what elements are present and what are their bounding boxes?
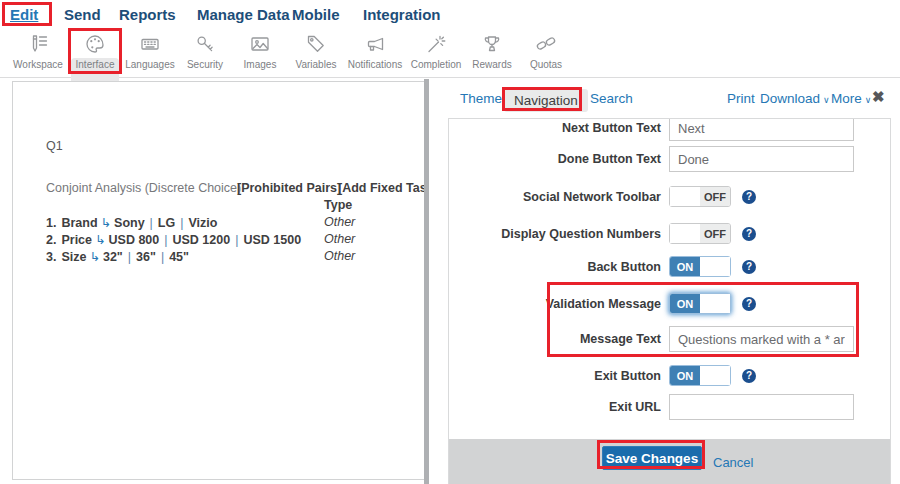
- exit-url-input[interactable]: [669, 394, 854, 420]
- attribute-option: Vizio: [188, 216, 217, 230]
- toggle-state-label: OFF: [704, 228, 726, 240]
- add-fixed-tasks-link[interactable]: [Add Fixed Tasks: [338, 181, 425, 195]
- done-button-text-input[interactable]: [669, 146, 854, 172]
- message-text-input[interactable]: [669, 326, 854, 352]
- form-row-exit-button: Exit ButtonON?: [449, 365, 890, 386]
- toggle-state-label: ON: [677, 298, 694, 310]
- toolbar-item-workspace[interactable]: Workspace: [6, 30, 70, 76]
- toolbar-item-variables[interactable]: Variables: [284, 30, 348, 76]
- navigation-settings-form: Next Button TextDone Button TextSocial N…: [448, 118, 891, 484]
- option-separator: |: [123, 250, 136, 264]
- form-row-message-text: Message Text: [449, 326, 890, 352]
- return-arrow-icon: ↳: [86, 250, 102, 264]
- variables-icon: [284, 32, 348, 58]
- save-changes-button[interactable]: Save Changes: [602, 446, 702, 470]
- workspace-icon: [6, 32, 70, 58]
- attribute-option: 32": [103, 250, 123, 264]
- survey-preview-panel: Q1 Conjoint Analysis (Discrete Choice) […: [12, 81, 425, 480]
- social-network-toolbar-toggle[interactable]: OFF: [669, 186, 731, 207]
- attribute-option: USD 1500: [243, 233, 301, 247]
- cancel-link[interactable]: Cancel: [713, 439, 753, 484]
- form-row-next-button-text: Next Button Text: [449, 118, 890, 141]
- question-code-label: Q1: [46, 139, 63, 153]
- help-icon[interactable]: ?: [742, 190, 756, 204]
- toolbar-item-label: Images: [228, 59, 292, 70]
- tab-themes[interactable]: Themes: [460, 91, 509, 106]
- toolbar-item-label: Quotas: [514, 59, 578, 70]
- type-column-header: Type: [324, 198, 352, 212]
- question-type-label: Conjoint Analysis (Discrete Choice): [46, 181, 241, 195]
- return-arrow-icon: ↳: [92, 233, 108, 247]
- toggle-state-label: ON: [677, 370, 694, 382]
- nav-item-send[interactable]: Send: [64, 6, 101, 23]
- chevron-down-icon: ∨: [865, 95, 872, 105]
- back-button-toggle[interactable]: ON: [669, 256, 731, 277]
- toolbar-item-label: Completion: [404, 59, 468, 70]
- toolbar-item-completion[interactable]: Completion: [404, 30, 468, 76]
- tab-search[interactable]: Search: [590, 91, 633, 106]
- quotas-icon: [514, 32, 578, 58]
- attribute-row-text: 3.Size↳32"|36"|45": [46, 249, 189, 264]
- edit-toolbar: WorkspaceInterfaceLanguagesSecurityImage…: [0, 28, 900, 78]
- download-dropdown[interactable]: Download∨: [760, 91, 830, 106]
- field-label: Exit Button: [449, 365, 661, 386]
- option-separator: |: [230, 233, 243, 247]
- attribute-option: 45": [169, 250, 189, 264]
- help-icon[interactable]: ?: [742, 297, 756, 311]
- attribute-row-text: 2.Price↳USD 800|USD 1200|USD 1500: [46, 232, 301, 247]
- option-separator: |: [145, 216, 158, 230]
- preview-scrollbar[interactable]: [424, 79, 429, 484]
- tab-navigation[interactable]: Navigation: [504, 89, 588, 112]
- form-row-done-button-text: Done Button Text: [449, 146, 890, 172]
- form-row-exit-url: Exit URL: [449, 394, 890, 420]
- top-nav: EditSendReportsManage DataMobileIntegrat…: [0, 0, 900, 28]
- prohibited-pairs-link[interactable]: [Prohibited Pairs]: [237, 181, 341, 195]
- field-label: Exit URL: [449, 394, 661, 420]
- attribute-option: USD 800: [109, 233, 160, 247]
- form-row-validation-message: Validation MessageON?: [449, 293, 890, 314]
- form-row-display-question-numbers: Display Question NumbersOFF?: [449, 223, 890, 244]
- form-row-social-network-toolbar: Social Network ToolbarOFF?: [449, 186, 890, 207]
- more-dropdown[interactable]: More∨: [831, 91, 871, 106]
- form-row-back-button: Back ButtonON?: [449, 256, 890, 277]
- print-link[interactable]: Print: [727, 91, 755, 106]
- toolbar-item-label: Variables: [284, 59, 348, 70]
- close-icon[interactable]: ✖: [872, 88, 885, 106]
- toolbar-item-images[interactable]: Images: [228, 30, 292, 76]
- attribute-option: Sony: [114, 216, 145, 230]
- exit-button-toggle[interactable]: ON: [669, 365, 731, 386]
- nav-item-integration[interactable]: Integration: [363, 6, 441, 23]
- validation-message-toggle[interactable]: ON: [669, 293, 731, 314]
- attribute-type: Other: [324, 215, 355, 229]
- toolbar-item-quotas[interactable]: Quotas: [514, 30, 578, 76]
- return-arrow-icon: ↳: [98, 216, 114, 230]
- attribute-row-text: 1.Brand↳Sony|LG|Vizio: [46, 215, 217, 230]
- field-label: Done Button Text: [449, 146, 661, 172]
- attribute-type: Other: [324, 232, 355, 246]
- toolbar-item-label: Notifications: [343, 59, 407, 70]
- attribute-option: LG: [158, 216, 175, 230]
- field-label: Back Button: [449, 256, 661, 277]
- option-separator: |: [175, 216, 188, 230]
- completion-icon: [404, 32, 468, 58]
- form-footer: Save Changes Cancel: [449, 439, 890, 484]
- attribute-type: Other: [324, 249, 355, 263]
- next-button-text-input[interactable]: [669, 118, 854, 141]
- nav-item-edit[interactable]: Edit: [10, 6, 38, 23]
- field-label: Message Text: [449, 326, 661, 352]
- toolbar-item-label: Workspace: [6, 59, 70, 70]
- help-icon[interactable]: ?: [742, 369, 756, 383]
- chevron-down-icon: ∨: [823, 95, 830, 105]
- nav-item-reports[interactable]: Reports: [119, 6, 176, 23]
- help-icon[interactable]: ?: [742, 227, 756, 241]
- toolbar-item-notifications[interactable]: Notifications: [343, 30, 407, 76]
- images-icon: [228, 32, 292, 58]
- attribute-option: USD 1200: [173, 233, 231, 247]
- display-question-numbers-toggle[interactable]: OFF: [669, 223, 731, 244]
- help-icon[interactable]: ?: [742, 260, 756, 274]
- survey-editor-window: EditSendReportsManage DataMobileIntegrat…: [0, 0, 900, 484]
- nav-item-mobile[interactable]: Mobile: [292, 6, 340, 23]
- nav-item-manage-data[interactable]: Manage Data: [197, 6, 290, 23]
- toggle-state-label: ON: [677, 261, 694, 273]
- field-label: Display Question Numbers: [449, 223, 661, 244]
